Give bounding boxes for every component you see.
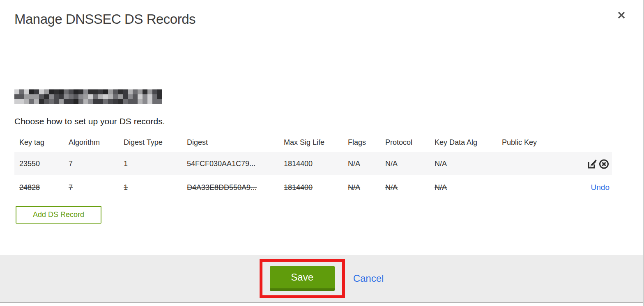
redacted-domain [14,89,162,104]
col-header-protocol: Protocol [385,138,435,147]
col-header-digest-type: Digest Type [124,138,187,147]
add-ds-record-button[interactable]: Add DS Record [16,206,101,224]
cell-flags: N/A [348,160,385,168]
cell-digest-type: 1 [124,183,187,192]
table-row-deleted: 24828 7 1 D4A33E8DD550A9... 1814400 N/A … [14,175,612,200]
cell-max-sig-life: 1814400 [284,160,348,168]
col-header-public-key: Public Key [502,138,578,147]
cell-key-data-alg: N/A [435,183,502,192]
save-button[interactable]: Save [270,266,335,291]
table-header-row: Key tag Algorithm Digest Type Digest Max… [14,133,612,152]
close-icon[interactable] [615,9,628,21]
table-row: 23550 7 1 54FCF030AA1C79... 1814400 N/A … [14,152,612,175]
cell-algorithm: 7 [69,183,124,192]
cell-algorithm: 7 [69,160,124,168]
col-header-digest: Digest [187,138,284,147]
ds-records-table: Key tag Algorithm Digest Type Digest Max… [14,133,612,200]
modal-footer: Save Cancel [0,255,643,303]
undo-link[interactable]: Undo [591,183,610,192]
cell-digest: 54FCF030AA1C79... [187,160,284,168]
cell-flags: N/A [348,183,385,192]
cell-key-tag: 24828 [19,183,69,192]
delete-record-icon[interactable] [598,158,610,169]
cell-key-data-alg: N/A [435,160,502,168]
col-header-algorithm: Algorithm [69,138,124,147]
cell-key-tag: 23550 [19,160,69,168]
dnssec-modal: Manage DNSSEC DS Records Choose how to s… [0,0,644,306]
red-highlight-annotation: Save [260,259,345,298]
cancel-link[interactable]: Cancel [353,273,384,284]
cell-max-sig-life: 1814400 [284,183,348,192]
cell-digest: D4A33E8DD550A9... [187,183,284,192]
col-header-key-tag: Key tag [19,138,69,147]
page-title: Manage DNSSEC DS Records [14,0,643,27]
col-header-flags: Flags [348,138,385,147]
cell-digest-type: 1 [124,160,187,168]
subtitle-text: Choose how to set up your DS records. [14,116,643,126]
col-header-key-data-alg: Key Data Alg [435,138,502,147]
col-header-max-sig-life: Max Sig Life [284,138,348,147]
cell-protocol: N/A [385,160,435,168]
edit-record-icon[interactable] [586,158,598,169]
cell-protocol: N/A [385,183,435,192]
